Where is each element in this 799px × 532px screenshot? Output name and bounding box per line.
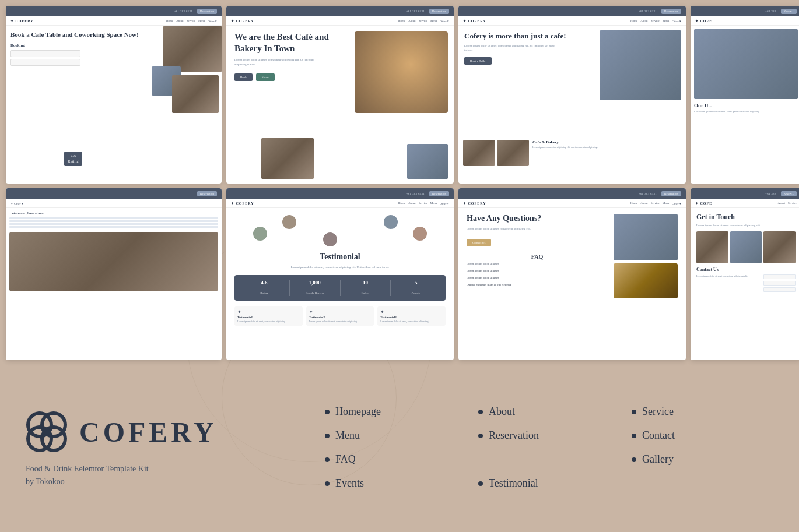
nav-label-faq: FAQ [335,453,356,466]
ss2-nav-about: About [408,19,416,23]
nav-item-testimonial[interactable]: Testimonial [469,471,622,495]
screenshot-contact: +61 383 Reserv... ✦ COFE About Service G… [691,188,799,360]
ss7-nav-service: Service [651,202,660,205]
ss3-bakery-section: Cafe & Bakery Lorem ipsum consectetur ad… [463,140,681,166]
ss8-desc: Lorem ipsum dolor sit amet consectetur a… [696,224,766,228]
ss3-nav-service: Service [651,19,660,23]
nav-item-homepage[interactable]: Homepage [316,400,469,424]
nav-item-menu[interactable]: Menu [316,424,469,448]
nav-item-gallery[interactable]: Gallery [622,448,776,471]
ss6-logo: ✦ COFERY [231,201,254,205]
ss3-nav-home: Home [630,19,637,23]
ss3-bakery-title: Cafe & Bakery [532,140,681,145]
ss1-topbar: +61 383 6131 Reservation [6,6,222,16]
ss8-body: Get in Touch Lorem ipsum dolor sit amet … [691,208,799,360]
ss8-input-email [763,281,796,286]
ss7-nav-home: Home [630,202,637,205]
ss2-phone: +61 383 6131 [406,10,425,13]
screenshot-faq: +61 383 6131 Reservation ✦ COFERY Home A… [458,188,686,360]
ss6-test-icon3: ✦ [380,309,443,315]
ss2-chef-image [261,138,314,179]
ss6-test-card1: ✦ Testimonial1 Lorem ipsum dolor sit ame… [234,306,303,326]
ss7-image2 [614,263,678,298]
nav-dot-reservation [478,434,483,438]
nav-item-faq[interactable]: FAQ [316,448,469,471]
ss1-nav-menu: Menu [198,19,205,23]
nav-item-about[interactable]: About [469,400,622,424]
nav-item-events[interactable]: Events [316,471,469,495]
nav-label-gallery: Gallery [642,453,674,466]
nav-dot-service [632,410,636,414]
nav-label-contact: Contact [642,429,675,442]
ss6-avatar1 [281,214,297,230]
nav-label-events: Events [335,477,364,489]
screenshot-booking: +61 383 6131 Reservation ✦ COFERY Home A… [6,6,222,184]
ss1-logo: ✦ COFERY [10,19,34,23]
ss8-input-name [763,274,796,279]
ss8-input-message [763,287,796,292]
nav-label-testimonial: Testimonial [489,477,538,489]
ss2-logo: ✦ COFERY [231,19,254,23]
ss2-nav-home: Home [398,19,405,23]
nav-dot-about [478,410,483,414]
ss2-nav-service: Service [419,19,427,23]
ss5-body: ...ntain nec, lacerat sem [6,208,222,360]
nav-item-reservation[interactable]: Reservation [469,424,622,448]
ss3-headline: Cofery is more than just a cafe! [464,31,569,41]
ss6-nav-home: Home [398,202,405,205]
nav-label-service: Service [642,406,674,418]
ss6-stat-coffees-value: 10 [343,280,388,286]
nav-item-contact[interactable]: Contact [622,424,776,448]
ss5-title: ...ntain nec, lacerat sem [9,212,218,215]
ss6-nav-other: Other ▾ [440,202,449,205]
ss3-bakery-img2 [497,140,529,166]
ss8-nav-links: About Service [778,202,797,205]
ss6-nav-about: About [408,202,416,205]
ss7-desc: Lorem ipsum dolor sit amet consectetur a… [467,227,608,231]
ss2-desc: Lorem ipsum dolor sit amet, consectetur … [234,58,322,66]
ss8-nav-about: About [778,202,786,205]
ss7-contact-btn: Contact Us [467,239,491,246]
ss8-gallery-img3 [763,231,796,263]
ss7-faq-item3: Quique maximus diam ac elit eleifend [467,281,608,288]
ss6-avatar5 [322,231,338,248]
ss7-image1 [614,214,678,260]
ss7-faq-item1: Lorem ipsum dolor sit amet [467,267,608,274]
ss6-nav-service: Service [419,202,427,205]
ss6-test-card3: ✦ Testimonial3 Lorem ipsum dolor sit ame… [377,306,446,326]
nav-dot-faq [325,457,330,462]
ss3-phone: +61 383 6131 [639,10,657,13]
cofery-logo-icon [23,408,70,455]
ss7-faq-item2: Lorem ipsum dolor sit amet [467,274,608,281]
ss3-nav-menu: Menu [663,19,670,23]
ss6-test-icon1: ✦ [237,309,300,315]
ss7-nav-other: Other ▾ [672,202,681,205]
ss8-reservation-btn: Reserv... [781,191,797,196]
brand-by: by Tokokoo [26,477,65,487]
ss1-images [157,26,222,184]
ss7-nav-links: Home About Service Menu Other ▾ [630,202,681,205]
ss7-nav-about: About [640,202,648,205]
ss1-nav: ✦ COFERY Home About Service Menu Other ▾ [6,16,222,26]
ss6-test-desc3: Lorem ipsum dolor sit amet, consectetur … [380,320,443,323]
ss6-desc: Lorem ipsum dolor sit amet, consectetur … [234,265,446,269]
ss6-nav-menu: Menu [430,202,437,205]
ss8-headline: Get in Touch [696,213,796,221]
ss5-line3 [9,223,218,225]
ss6-test-card2: ✦ Testimonial2 Lorem ipsum dolor sit ame… [306,306,374,326]
ss1-rating-badge: 4.6 Rating [64,152,82,166]
ss3-bakery-img1 [463,140,495,166]
ss5-nav-other: ← Other ▾ [10,202,23,205]
ss2-food-image [355,31,448,113]
ss6-test-title1: Testimonial1 [237,316,300,319]
ss7-headline: Have Any Questions? [467,214,608,223]
nav-dot-gallery [632,457,636,462]
ss8-nav: ✦ COFE About Service [691,199,799,208]
brand-name-text: COFERY [79,416,218,448]
ss2-menu-btn: Menu [256,73,275,81]
ss8-gallery-img1 [696,231,728,263]
nav-item-service[interactable]: Service [622,400,776,424]
ss1-reservation-btn: Reservation [197,9,217,14]
ss8-contact-desc-section: Lorem ipsum dolor sit amet consectetur a… [696,274,760,294]
ss4-nav: ✦ COFE [691,16,799,26]
